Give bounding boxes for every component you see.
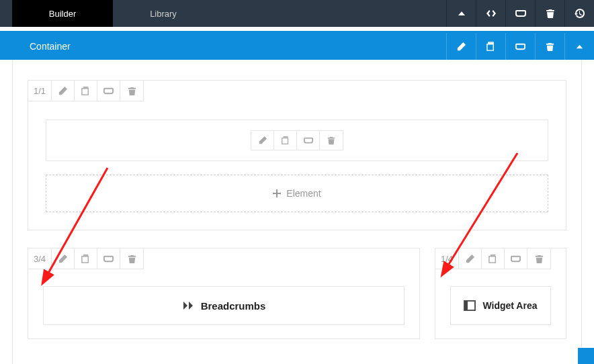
fraction-label: 1/4 — [435, 248, 459, 269]
sidebar-icon — [464, 300, 476, 312]
save-icon[interactable] — [97, 248, 120, 269]
top-tabs: Builder Library — [12, 0, 214, 27]
scroll-fab[interactable] — [578, 348, 594, 364]
svg-rect-0 — [83, 86, 89, 87]
collapse-icon[interactable] — [564, 33, 594, 60]
column-toolbar: 1/4 — [435, 248, 551, 269]
save-icon[interactable] — [505, 33, 535, 60]
edit-icon[interactable] — [52, 81, 75, 101]
top-actions — [446, 0, 594, 27]
columns-row: 3/4 Breadcrumbs 1/4 — [28, 248, 566, 339]
svg-rect-6 — [491, 254, 496, 255]
builder-canvas: 1/1 Element 3/4 — [12, 60, 582, 364]
duplicate-icon[interactable] — [75, 248, 97, 269]
trash-icon[interactable] — [535, 33, 564, 60]
container-bar: Container — [0, 33, 594, 60]
plus-icon — [273, 189, 281, 197]
chevrons-icon — [182, 300, 194, 312]
container-title: Container — [0, 41, 71, 52]
svg-rect-4 — [83, 254, 89, 255]
edit-icon[interactable] — [52, 248, 75, 269]
history-button[interactable] — [564, 0, 594, 27]
svg-rect-1 — [82, 88, 88, 94]
trash-icon[interactable] — [120, 248, 143, 269]
tab-library[interactable]: Library — [113, 0, 214, 27]
trash-icon[interactable] — [120, 81, 143, 101]
save-icon[interactable] — [97, 81, 120, 101]
svg-rect-7 — [489, 256, 495, 262]
svg-rect-3 — [282, 138, 288, 144]
collapse-up-button[interactable] — [446, 0, 476, 27]
tab-builder[interactable]: Builder — [12, 0, 113, 27]
widget-area-widget[interactable]: Widget Area — [450, 286, 551, 325]
duplicate-icon[interactable] — [75, 81, 97, 101]
edit-icon[interactable] — [446, 33, 476, 60]
delete-button[interactable] — [535, 0, 564, 27]
column-3-4: 3/4 Breadcrumbs — [28, 248, 420, 339]
trash-icon[interactable] — [527, 248, 550, 269]
edit-icon[interactable] — [251, 131, 274, 150]
edit-icon[interactable] — [459, 248, 482, 269]
svg-rect-5 — [82, 256, 88, 262]
row-toolbar: 1/1 — [28, 80, 144, 101]
column-toolbar: 3/4 — [28, 248, 144, 269]
add-element-button[interactable]: Element — [46, 175, 548, 212]
duplicate-icon[interactable] — [482, 248, 505, 269]
inner-toolbar — [251, 130, 343, 150]
code-button[interactable] — [476, 0, 505, 27]
duplicate-icon[interactable] — [476, 33, 505, 60]
container-actions — [446, 33, 594, 60]
svg-rect-2 — [283, 136, 288, 138]
row-full: 1/1 Element — [28, 80, 566, 230]
save-button[interactable] — [505, 0, 535, 27]
save-icon[interactable] — [297, 131, 320, 150]
save-icon[interactable] — [505, 248, 527, 269]
trash-icon[interactable] — [320, 131, 343, 150]
column-1-4: 1/4 Widget Area — [435, 248, 566, 339]
fraction-label: 1/1 — [28, 81, 52, 101]
duplicate-icon[interactable] — [274, 131, 297, 150]
top-bar: Builder Library — [0, 0, 594, 27]
inner-element[interactable] — [46, 120, 548, 161]
fraction-label: 3/4 — [28, 248, 52, 269]
breadcrumbs-widget[interactable]: Breadcrumbs — [43, 286, 405, 325]
svg-rect-9 — [464, 301, 468, 310]
